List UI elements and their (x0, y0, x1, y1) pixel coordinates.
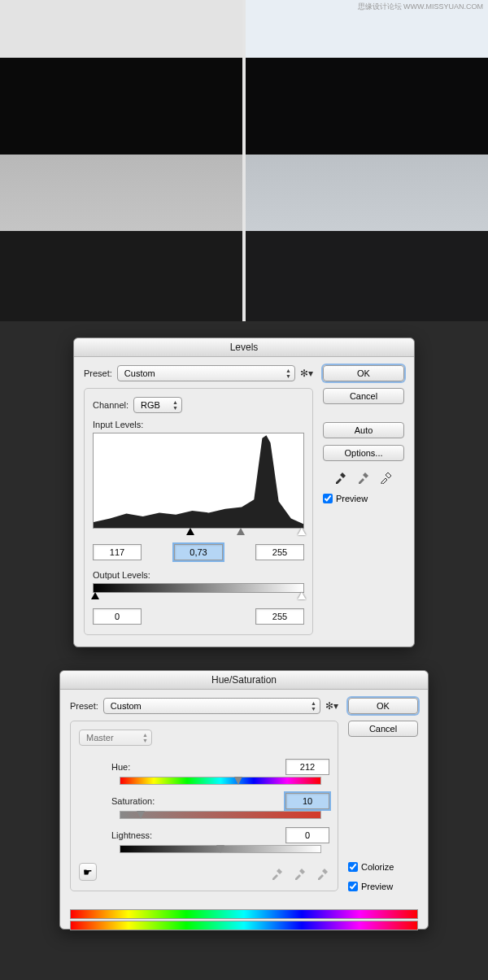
input-levels-label: Input Levels: (93, 420, 304, 429)
output-white-field[interactable] (255, 608, 304, 625)
eyedropper-subtract-icon (316, 867, 329, 880)
eyedropper-icon (271, 867, 284, 880)
preset-label: Preset: (70, 701, 98, 711)
dialog-title: Levels (74, 338, 414, 357)
preview-checkbox-row[interactable]: Preview (348, 882, 418, 891)
preset-label: Preset: (84, 368, 112, 378)
input-black-field[interactable] (93, 544, 142, 560)
input-slider[interactable] (93, 528, 304, 539)
lightness-thumb[interactable] (216, 845, 224, 853)
output-black-handle[interactable] (91, 592, 99, 599)
channel-value: RGB (141, 400, 160, 410)
lightness-label: Lightness: (111, 830, 181, 840)
black-eyedropper-icon[interactable] (334, 471, 347, 484)
preset-value: Custom (124, 368, 155, 378)
output-white-handle[interactable] (298, 592, 306, 599)
hue-field[interactable] (285, 759, 329, 775)
preset-select[interactable]: Custom ▲▼ (103, 698, 320, 714)
hue-slider[interactable] (120, 777, 321, 785)
preset-value: Custom (111, 701, 142, 711)
input-gamma-field[interactable] (174, 544, 223, 560)
cancel-button[interactable]: Cancel (348, 721, 418, 737)
levels-group: Channel: RGB ▲▼ Input Levels: (84, 388, 313, 635)
preset-select[interactable]: Custom ▲▼ (117, 365, 295, 381)
channel-label: Channel: (93, 400, 129, 410)
hue-label: Hue: (111, 762, 181, 772)
gear-icon[interactable]: ✻▾ (300, 368, 313, 379)
auto-button[interactable]: Auto (323, 422, 404, 438)
lightness-slider[interactable] (120, 845, 321, 853)
output-slider[interactable] (93, 592, 304, 603)
hue-saturation-dialog: Hue/Saturation Preset: Custom ▲▼ ✻▾ Mast… (59, 670, 429, 930)
preview-checkbox-row[interactable]: Preview (323, 494, 404, 503)
gamma-handle[interactable] (237, 528, 245, 535)
output-black-field[interactable] (93, 608, 142, 625)
colorize-checkbox[interactable] (348, 862, 358, 872)
gray-eyedropper-icon[interactable] (357, 471, 370, 484)
colorize-label: Colorize (361, 862, 394, 872)
hue-sat-group: Master ▲▼ Hue: Saturation: (70, 721, 338, 891)
lightness-field[interactable] (285, 827, 329, 843)
range-value: Master (86, 733, 114, 743)
channel-select[interactable]: RGB ▲▼ (133, 397, 182, 413)
white-eyedropper-icon[interactable] (380, 471, 393, 484)
preview-label: Preview (361, 882, 393, 891)
black-point-handle[interactable] (186, 528, 194, 535)
gear-icon[interactable]: ✻▾ (325, 700, 338, 712)
levels-dialog: Levels Preset: Custom ▲▼ ✻▾ Channel: RGB… (73, 338, 415, 647)
ok-button[interactable]: OK (348, 698, 418, 714)
saturation-field[interactable] (285, 793, 329, 809)
preview-label: Preview (336, 494, 368, 503)
comparison-images: 思缘设计论坛 WWW.MISSYUAN.COM (0, 0, 488, 321)
output-levels-label: Output Levels: (93, 570, 304, 580)
saturation-slider[interactable] (120, 811, 321, 819)
preview-checkbox[interactable] (323, 494, 333, 503)
before-image (0, 0, 242, 321)
eyedropper-add-icon (294, 867, 307, 880)
saturation-thumb[interactable] (137, 811, 145, 819)
histogram-svg (94, 433, 303, 528)
watermark-text: 思缘设计论坛 WWW.MISSYUAN.COM (358, 2, 484, 12)
colorize-checkbox-row[interactable]: Colorize (348, 862, 418, 872)
hue-spectrum (70, 909, 418, 919)
saturation-label: Saturation: (111, 796, 181, 806)
after-image: 思缘设计论坛 WWW.MISSYUAN.COM (246, 0, 488, 321)
range-select: Master ▲▼ (79, 730, 152, 746)
eyedroppers (271, 867, 329, 880)
targeted-adjust-icon[interactable]: ☛ (79, 863, 97, 881)
cancel-button[interactable]: Cancel (323, 388, 404, 404)
eyedroppers (323, 471, 404, 484)
histogram (93, 433, 304, 529)
ok-button[interactable]: OK (323, 365, 404, 381)
options-button[interactable]: Options... (323, 445, 404, 461)
input-white-field[interactable] (255, 544, 304, 560)
white-point-handle[interactable] (298, 528, 306, 535)
dialog-title: Hue/Saturation (60, 671, 428, 690)
preview-checkbox[interactable] (348, 882, 358, 891)
hue-thumb[interactable] (234, 777, 242, 785)
